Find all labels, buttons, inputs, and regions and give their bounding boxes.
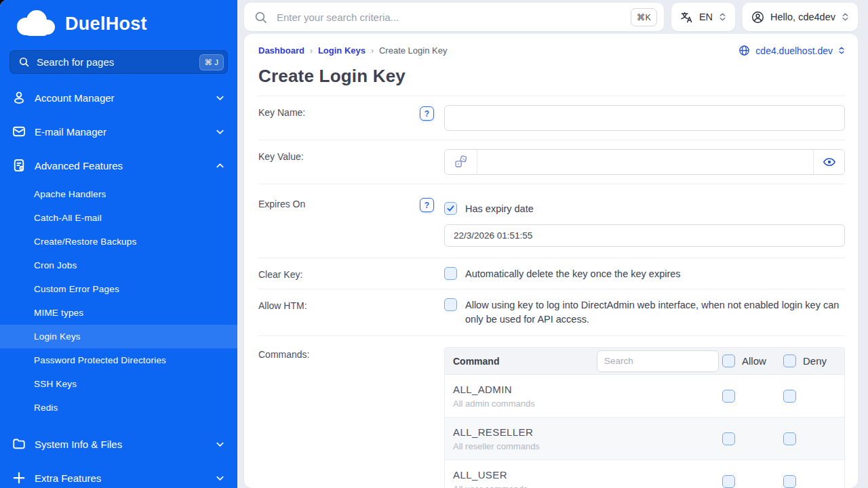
- sidebar-search-input[interactable]: [37, 56, 193, 68]
- sidebar-subitem-catch-all-email[interactable]: Catch-All E-mail: [0, 206, 237, 230]
- table-row-all-user: ALL_USER All user commands: [445, 460, 844, 488]
- has-expiry-date-checkbox[interactable]: [444, 202, 457, 215]
- sidebar-item-label: Extra Features: [35, 472, 206, 484]
- allow-column-header: Allow: [742, 355, 766, 367]
- sort-chevrons-icon: [842, 12, 849, 22]
- user-circle-icon: [751, 11, 764, 24]
- all-reseller-deny-checkbox[interactable]: [783, 432, 796, 445]
- breadcrumb-dashboard[interactable]: Dashboard: [258, 45, 304, 56]
- breadcrumb: Dashboard › Login Keys › Create Login Ke…: [258, 45, 447, 56]
- sidebar-subitem-create-restore-backups[interactable]: Create/Restore Backups: [0, 230, 237, 253]
- page-title: Create Login Key: [258, 66, 845, 87]
- sidebar-item-account-manager[interactable]: Account Manager: [0, 81, 237, 115]
- key-name-label: Key Name:: [258, 105, 420, 131]
- sidebar-subitem-custom-error-pages[interactable]: Custom Error Pages: [0, 277, 237, 301]
- reveal-key-button[interactable]: [813, 150, 844, 174]
- commands-row: Commands: Command Allow: [258, 336, 845, 488]
- mail-icon: [12, 125, 26, 138]
- language-selector[interactable]: EN: [671, 3, 735, 31]
- user-menu[interactable]: Hello, cde4dev: [743, 3, 858, 31]
- sidebar-subitem-cron-jobs[interactable]: Cron Jobs: [0, 253, 237, 277]
- domain-value: cde4.duelhost.dev: [755, 45, 833, 56]
- expires-on-label: Expires On: [258, 197, 420, 247]
- all-reseller-allow-checkbox[interactable]: [722, 432, 735, 445]
- translate-icon: [680, 11, 693, 24]
- allow-htm-checkbox-label: Allow using key to log into DirectAdmin …: [465, 298, 845, 327]
- chevron-up-icon: [215, 161, 225, 171]
- domain-selector[interactable]: cde4.duelhost.dev: [738, 45, 845, 56]
- sidebar-item-advanced-features[interactable]: Advanced Features: [0, 148, 237, 182]
- brand-name: DuelHost: [65, 14, 147, 35]
- expiry-date-input[interactable]: [444, 224, 845, 247]
- commands-search-input[interactable]: [597, 350, 719, 372]
- sidebar-subitem-redis[interactable]: Redis: [0, 396, 237, 420]
- topbar: ⌘K EN: [237, 0, 868, 31]
- global-search-shortcut: ⌘K: [631, 8, 657, 26]
- user-greeting: Hello, cde4dev: [770, 12, 835, 22]
- chevron-down-icon: [215, 93, 225, 103]
- clear-key-row: Clear Key: Automatically delete the key …: [258, 258, 845, 289]
- allow-all-checkbox[interactable]: [722, 354, 735, 367]
- command-description: All user commands: [453, 484, 722, 488]
- key-name-row: Key Name: ?: [258, 96, 845, 140]
- cloud-logo-icon: [11, 7, 60, 41]
- globe-icon: [738, 45, 750, 56]
- command-name: ALL_USER: [453, 469, 722, 481]
- sidebar-item-extra-features[interactable]: Extra Features: [0, 461, 237, 488]
- clear-key-checkbox[interactable]: [444, 267, 457, 280]
- sidebar-item-label: Account Manager: [35, 92, 206, 104]
- sidebar-nav: Account Manager E-mail Manager: [0, 81, 237, 488]
- sidebar-subitem-password-protected-directories[interactable]: Password Protected Directories: [0, 348, 237, 372]
- sidebar-subitem-ssh-keys[interactable]: SSH Keys: [0, 372, 237, 396]
- generate-key-button[interactable]: [445, 150, 477, 174]
- sidebar-item-label: Advanced Features: [35, 160, 206, 171]
- all-user-allow-checkbox[interactable]: [722, 475, 735, 488]
- commands-table-header: Command Allow Deny: [445, 348, 844, 375]
- breadcrumb-separator: ›: [371, 46, 374, 56]
- sidebar-item-email-manager[interactable]: E-mail Manager: [0, 115, 237, 148]
- all-admin-allow-checkbox[interactable]: [722, 390, 735, 403]
- command-description: All admin commands: [453, 399, 722, 409]
- breadcrumb-separator: ›: [310, 46, 313, 56]
- commands-label: Commands:: [258, 347, 420, 488]
- brand-logo[interactable]: DuelHost: [0, 0, 237, 46]
- table-row-all-admin: ALL_ADMIN All admin commands: [445, 375, 844, 418]
- sidebar-search-shortcut: ⌘ J: [199, 54, 224, 70]
- search-icon: [18, 56, 30, 68]
- deny-all-checkbox[interactable]: [783, 354, 796, 367]
- language-label: EN: [699, 12, 713, 22]
- all-admin-deny-checkbox[interactable]: [783, 390, 796, 403]
- sidebar-search[interactable]: ⌘ J: [9, 50, 228, 74]
- sidebar-subitem-login-keys[interactable]: Login Keys: [0, 325, 237, 348]
- sort-chevrons-icon: [719, 12, 726, 22]
- expires-on-help-icon[interactable]: ?: [420, 198, 434, 212]
- clear-key-checkbox-label: Automatically delete the key once the ke…: [465, 268, 681, 279]
- all-user-deny-checkbox[interactable]: [783, 475, 796, 488]
- commands-table: Command Allow Deny: [444, 347, 845, 488]
- file-gear-icon: [12, 159, 26, 172]
- command-name: ALL_RESELLER: [453, 426, 722, 438]
- search-icon: [254, 10, 268, 24]
- sidebar-subitem-apache-handlers[interactable]: Apache Handlers: [0, 182, 237, 206]
- allow-htm-checkbox[interactable]: [444, 298, 457, 311]
- global-search-input[interactable]: [277, 12, 622, 23]
- allow-htm-label: Allow HTM:: [258, 298, 420, 327]
- clear-key-label: Clear Key:: [258, 267, 420, 280]
- global-search[interactable]: ⌘K: [244, 3, 664, 31]
- sort-chevrons-icon: [838, 46, 845, 55]
- create-login-key-form: Key Name: ? Key Value:: [258, 96, 845, 488]
- key-name-help-icon[interactable]: ?: [420, 106, 434, 121]
- sidebar-item-system-info-files[interactable]: System Info & Files: [0, 427, 237, 461]
- has-expiry-date-label: Has expiry date: [465, 203, 534, 214]
- key-name-input[interactable]: [444, 105, 845, 131]
- sidebar-item-label: System Info & Files: [35, 439, 206, 450]
- user-icon: [12, 91, 26, 104]
- sidebar-subitem-mime-types[interactable]: MIME types: [0, 301, 237, 325]
- breadcrumb-login-keys[interactable]: Login Keys: [318, 45, 366, 56]
- main-area: ⌘K EN: [237, 0, 868, 488]
- folder-icon: [12, 437, 26, 451]
- breadcrumb-current: Create Login Key: [379, 45, 447, 56]
- deny-column-header: Deny: [803, 355, 827, 367]
- key-value-input[interactable]: [477, 150, 813, 174]
- app-root: DuelHost ⌘ J Account Manager: [0, 0, 868, 488]
